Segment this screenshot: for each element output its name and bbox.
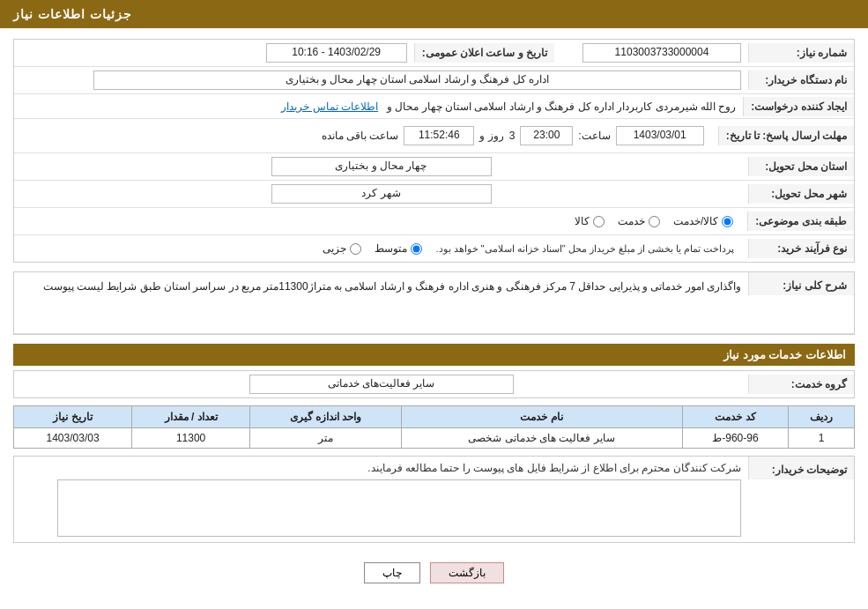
table-cell-5: 1403/03/03 [14, 428, 132, 449]
category-row: طبقه بندی موضوعی: کالا/خدمت خدمت [14, 208, 854, 235]
creator-text: روح الله شیرمردی کاربردار اداره کل فرهنگ… [387, 100, 736, 113]
purchase-type-radio-jozi[interactable] [350, 243, 361, 255]
creator-row: ایجاد کننده درخواست: روح الله شیرمردی کا… [14, 94, 854, 119]
deadline-remaining-label: ساعت باقی مانده [322, 130, 399, 142]
general-desc-section: شرح کلی نیاز: واگذاری امور خدماتی و پذیر… [13, 271, 855, 335]
city-field: شهر کرد [271, 184, 492, 204]
category-label: طبقه بندی موضوعی: [747, 212, 854, 231]
purchase-type-values: پرداخت تمام یا بخشی از مبلغ خریداز محل "… [14, 235, 748, 262]
creator-label: ایجاد کننده درخواست: [743, 97, 854, 116]
service-table-header-row: ردیف کد خدمت نام خدمت واحد اندازه گیری ت… [14, 406, 855, 428]
deadline-date-field: 1403/03/01 [616, 126, 704, 145]
page-title: جزئیات اطلاعات نیاز [13, 7, 132, 21]
buyer-desc-note: شرکت کنندگان محترم برای اطلاع از شرایط ف… [21, 462, 741, 474]
purchase-type-label: نوع فرآیند خرید: [748, 239, 854, 258]
page-container: جزئیات اطلاعات نیاز شماره نیاز: 11030037… [0, 0, 868, 609]
table-cell-3: متر [250, 428, 402, 449]
service-table-body: 1960-96-طسایر فعالیت های خدماتی شخصیمتر1… [14, 428, 855, 449]
category-radio-group: کالا/خدمت خدمت کالا [21, 212, 740, 231]
service-table-header: ردیف کد خدمت نام خدمت واحد اندازه گیری ت… [14, 406, 855, 428]
category-options: کالا/خدمت خدمت کالا [14, 208, 747, 234]
service-group-row: گروه خدمت: سایر فعالیت‌های خدماتی [14, 371, 854, 397]
buyer-org-field: اداره کل فرهنگ و ارشاد اسلامی استان چهار… [93, 71, 741, 90]
province-field: چهار محال و بختیاری [271, 157, 492, 176]
purchase-type-option-jozi[interactable]: جزیی [323, 242, 361, 255]
page-header: جزئیات اطلاعات نیاز [0, 0, 868, 28]
deadline-values: 1403/03/01 ساعت: 23:00 3 روز و 11:52:46 … [14, 119, 718, 152]
general-desc-value: واگذاری امور خدماتی و پذیرایی حداقل 7 مر… [14, 272, 748, 301]
back-button[interactable]: بازگشت [430, 562, 504, 583]
footer-buttons: بازگشت چاپ [13, 552, 855, 598]
category-label-kala-khedmat: کالا/خدمت [673, 215, 718, 227]
deadline-label: مهلت ارسال پاسخ: تا تاریخ: [718, 126, 854, 145]
print-button[interactable]: چاپ [364, 562, 420, 583]
buyer-desc-content: شرکت کنندگان محترم برای اطلاع از شرایط ف… [14, 457, 748, 542]
category-radio-kala-khedmat[interactable] [722, 216, 733, 227]
city-row: شهر محل تحویل: شهر کرد [14, 181, 854, 208]
service-group-label: گروه خدمت: [748, 375, 854, 394]
public-date-label: تاریخ و ساعت اعلان عمومی: [414, 43, 554, 63]
contact-link[interactable]: اطلاعات تماس خریدار [281, 100, 378, 113]
creator-value: روح الله شیرمردی کاربردار اداره کل فرهنگ… [14, 97, 743, 116]
province-value: چهار محال و بختیاری [14, 153, 748, 180]
purchase-type-label-jozi: جزیی [323, 242, 346, 255]
buyer-org-row: نام دستگاه خریدار: اداره کل فرهنگ و ارشا… [14, 67, 854, 94]
service-group-value: سایر فعالیت‌های خدماتی [14, 371, 748, 397]
need-number-field: 1103003733000004 [582, 43, 741, 63]
need-number-label: شماره نیاز: [748, 43, 854, 63]
service-group-field: سایر فعالیت‌های خدماتی [249, 375, 514, 394]
buyer-desc-box: توضیحات خریدار: شرکت کنندگان محترم برای … [14, 457, 854, 542]
service-info-title: اطلاعات خدمات مورد نیاز [13, 344, 855, 366]
deadline-date-time: 1403/03/01 ساعت: 23:00 3 روز و 11:52:46 … [21, 123, 711, 149]
purchase-type-radio-group: پرداخت تمام یا بخشی از مبلغ خریداز محل "… [21, 239, 741, 258]
city-value: شهر کرد [14, 181, 748, 207]
col-date: تاریخ نیاز [14, 406, 132, 428]
public-date-field: 1403/02/29 - 10:16 [266, 43, 407, 63]
category-radio-kala[interactable] [593, 216, 605, 227]
buyer-org-value: اداره کل فرهنگ و ارشاد اسلامی استان چهار… [14, 67, 748, 93]
category-label-khedmat: خدمت [618, 215, 645, 227]
table-cell-2: سایر فعالیت های خدماتی شخصی [401, 428, 682, 449]
buyer-desc-section: توضیحات خریدار: شرکت کنندگان محترم برای … [13, 456, 855, 543]
col-quantity: تعداد / مقدار [132, 406, 250, 428]
category-label-kala: کالا [575, 215, 590, 227]
content-area: شماره نیاز: 1103003733000004 تاریخ و ساع… [0, 28, 868, 608]
purchase-type-row: نوع فرآیند خرید: پرداخت تمام یا بخشی از … [14, 235, 854, 262]
deadline-days-label: روز و [479, 130, 503, 142]
deadline-row: مهلت ارسال پاسخ: تا تاریخ: 1403/03/01 سا… [14, 119, 854, 153]
deadline-days-value: 3 [509, 130, 516, 142]
general-info-section: شماره نیاز: 1103003733000004 تاریخ و ساع… [13, 39, 855, 263]
col-row: ردیف [789, 406, 855, 428]
table-cell-0: 1 [789, 428, 855, 449]
category-option-khedmat[interactable]: خدمت [618, 215, 660, 227]
table-cell-1: 960-96-ط [682, 428, 789, 449]
purchase-type-label-motovaset: متوسط [375, 242, 407, 255]
category-option-kala-khedmat[interactable]: کالا/خدمت [673, 215, 733, 227]
col-unit: واحد اندازه گیری [250, 406, 402, 428]
table-cell-4: 11300 [132, 428, 250, 449]
general-desc-box: شرح کلی نیاز: واگذاری امور خدماتی و پذیر… [14, 272, 854, 334]
need-number-row: شماره نیاز: 1103003733000004 تاریخ و ساع… [14, 40, 854, 67]
buyer-desc-textarea[interactable] [57, 479, 741, 537]
col-name: نام خدمت [401, 406, 682, 428]
city-label: شهر محل تحویل: [748, 184, 854, 204]
deadline-time-field: 23:00 [520, 126, 573, 145]
purchase-type-note: پرداخت تمام یا بخشی از مبلغ خریداز محل "… [435, 243, 734, 255]
province-label: استان محل تحویل: [748, 157, 854, 176]
deadline-time-label: ساعت: [578, 130, 610, 142]
need-number-value: 1103003733000004 [554, 40, 748, 66]
purchase-type-radio-motovaset[interactable] [411, 243, 422, 255]
category-option-kala[interactable]: کالا [575, 215, 605, 227]
buyer-org-label: نام دستگاه خریدار: [748, 71, 854, 90]
service-group-section: گروه خدمت: سایر فعالیت‌های خدماتی [13, 370, 855, 398]
public-date-value: 1403/02/29 - 10:16 [238, 40, 414, 66]
purchase-type-option-motovaset[interactable]: متوسط [375, 242, 422, 255]
service-table: ردیف کد خدمت نام خدمت واحد اندازه گیری ت… [13, 405, 855, 449]
buyer-desc-label: توضیحات خریدار: [748, 457, 854, 479]
category-radio-khedmat[interactable] [649, 216, 660, 227]
table-row: 1960-96-طسایر فعالیت های خدماتی شخصیمتر1… [14, 428, 855, 449]
general-desc-label: شرح کلی نیاز: [748, 272, 854, 295]
province-row: استان محل تحویل: چهار محال و بختیاری [14, 153, 854, 181]
deadline-remaining-field: 11:52:46 [404, 126, 474, 145]
col-code: کد خدمت [682, 406, 789, 428]
